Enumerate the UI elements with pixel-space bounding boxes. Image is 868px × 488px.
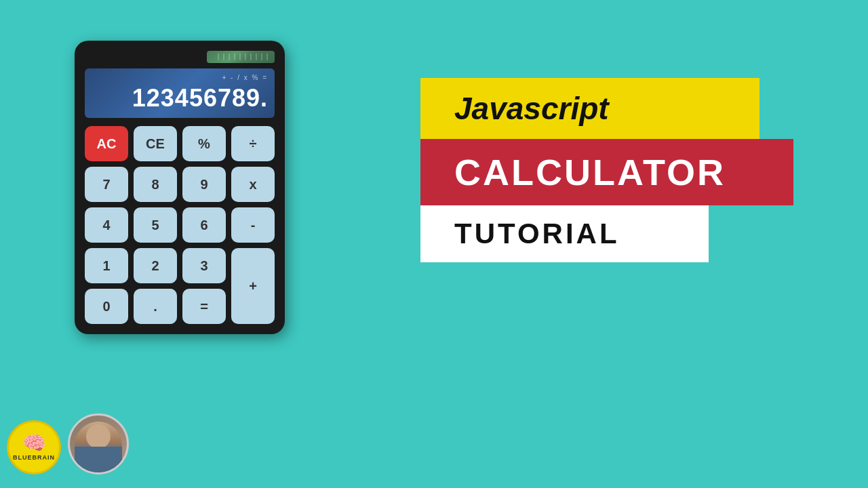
button-ce[interactable]: CE <box>134 126 177 161</box>
person-body <box>75 447 122 472</box>
button-ac[interactable]: AC <box>85 126 128 161</box>
button-9[interactable]: 9 <box>182 167 226 202</box>
brand-name: BLUEBRAIN <box>13 454 55 461</box>
calculator-top-bar <box>85 51 275 63</box>
title-javascript: Javascript <box>420 78 760 139</box>
button-5[interactable]: 5 <box>134 207 177 243</box>
display-number: 123456789. <box>92 84 268 113</box>
button-equals[interactable]: = <box>182 289 226 324</box>
calculator-speaker <box>207 51 275 63</box>
avatar-brain: 🧠 BLUEBRAIN <box>7 420 61 474</box>
button-2[interactable]: 2 <box>134 248 177 283</box>
display-operators: + - / x % = <box>92 74 268 81</box>
button-6[interactable]: 6 <box>182 207 226 243</box>
button-1[interactable]: 1 <box>85 248 128 283</box>
button-multiply[interactable]: x <box>231 167 275 202</box>
person-head <box>86 424 111 449</box>
calculator: + - / x % = 123456789. AC CE % ÷ 7 8 9 x… <box>75 41 285 334</box>
button-decimal[interactable]: . <box>134 289 177 324</box>
title-section: Javascript CALCULATOR TUTORIAL <box>420 78 760 262</box>
button-subtract[interactable]: - <box>231 207 275 243</box>
button-3[interactable]: 3 <box>182 248 226 283</box>
title-tutorial: TUTORIAL <box>420 205 709 262</box>
title-calculator: CALCULATOR <box>420 139 793 205</box>
button-8[interactable]: 8 <box>134 167 177 202</box>
button-0[interactable]: 0 <box>85 289 128 324</box>
button-7[interactable]: 7 <box>85 167 128 202</box>
avatar-person <box>68 413 129 474</box>
calculator-buttons: AC CE % ÷ 7 8 9 x 4 5 6 - 1 2 3 + 0 . = <box>85 126 275 324</box>
avatar-section: 🧠 BLUEBRAIN <box>7 413 129 474</box>
button-divide[interactable]: ÷ <box>231 126 275 161</box>
person-silhouette <box>75 422 122 472</box>
calculator-display: + - / x % = 123456789. <box>85 68 275 118</box>
button-add[interactable]: + <box>231 248 275 324</box>
brain-icon: 🧠 <box>22 434 46 453</box>
button-percent[interactable]: % <box>182 126 226 161</box>
button-4[interactable]: 4 <box>85 207 128 243</box>
